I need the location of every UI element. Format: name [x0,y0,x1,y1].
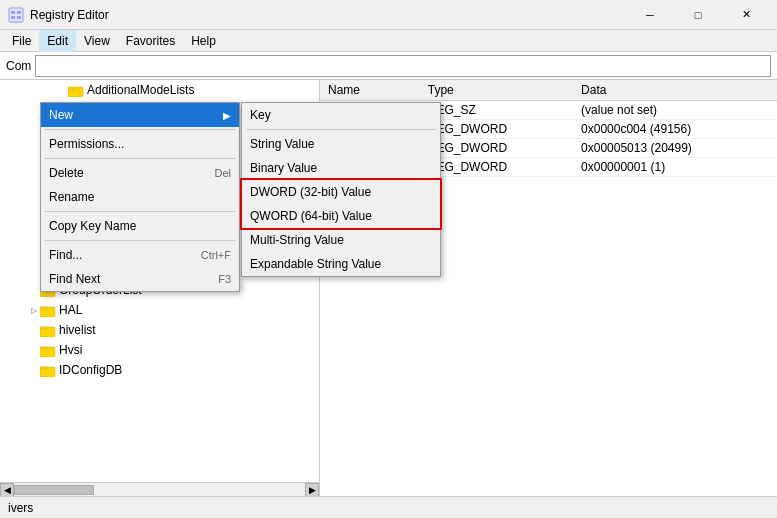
tree-item-label: AdditionalModeLists [87,83,194,97]
submenu-qword-value-item[interactable]: QWORD (64-bit) Value [242,204,440,228]
tree-arrow [28,324,40,336]
find-next-shortcut: F3 [218,273,231,285]
minimize-button[interactable]: ─ [627,0,673,30]
window-controls: ─ □ ✕ [627,0,769,30]
menu-view[interactable]: View [76,30,118,52]
submenu-key-label: Key [250,108,271,122]
submenu-dword-value-item[interactable]: DWORD (32-bit) Value [242,180,440,204]
delete-shortcut: Del [214,167,231,179]
cell-data: 0x0000c004 (49156) [573,120,777,139]
submenu-separator-1 [246,129,436,130]
menu-favorites[interactable]: Favorites [118,30,183,52]
folder-icon [40,362,56,378]
scroll-track-h [14,485,305,495]
tree-item-label: IDConfigDB [59,363,122,377]
cell-type: REG_DWORD [420,158,573,177]
tree-item-label: hivelist [59,323,96,337]
submenu-string-value-label: String Value [250,137,314,151]
new-submenu[interactable]: Key String Value Binary Value DWORD (32-… [241,102,441,277]
address-input[interactable] [35,55,771,77]
submenu-qword-value-label: QWORD (64-bit) Value [250,209,372,223]
tree-arrow: ▷ [28,304,40,316]
submenu-binary-value-item[interactable]: Binary Value [242,156,440,180]
registry-editor-icon [8,7,24,23]
tree-item-hvsi[interactable]: Hvsi [0,340,319,360]
submenu-dword-value-label: DWORD (32-bit) Value [250,185,371,199]
folder-icon [40,302,56,318]
col-data: Data [573,80,777,101]
status-bar: ivers [0,496,777,518]
svg-rect-34 [40,367,47,369]
scroll-right-btn[interactable]: ▶ [305,483,319,497]
submenu-arrow: ▶ [223,110,231,121]
tree-item-id-config-db[interactable]: IDConfigDB [0,360,319,380]
menu-find-next-item[interactable]: Find Next F3 [41,267,239,291]
col-name: Name [320,80,420,101]
menu-find-next-label: Find Next [49,272,100,286]
submenu-multi-string-item[interactable]: Multi-String Value [242,228,440,252]
svg-rect-4 [17,16,21,19]
folder-icon [40,322,56,338]
cell-type: REG_DWORD [420,139,573,158]
folder-icon [68,82,84,98]
maximize-button[interactable]: □ [675,0,721,30]
menu-file[interactable]: File [4,30,39,52]
tree-item-additional-mode-lists[interactable]: AdditionalModeLists [0,80,319,100]
title-bar: Registry Editor ─ □ ✕ [0,0,777,30]
menu-permissions-item[interactable]: Permissions... [41,132,239,156]
menu-copy-key-name-label: Copy Key Name [49,219,136,233]
menu-separator-2 [45,158,235,159]
svg-rect-0 [9,8,23,22]
window-title: Registry Editor [30,8,627,22]
tree-item-hal[interactable]: ▷ HAL [0,300,319,320]
cell-data: 0x00000001 (1) [573,158,777,177]
cell-data: 0x00005013 (20499) [573,139,777,158]
edit-menu[interactable]: New ▶ Permissions... Delete Del Rename C… [40,102,240,292]
tree-scrollbar-h[interactable]: ◀ ▶ [0,482,319,496]
cell-type: REG_SZ [420,101,573,120]
menu-find-item[interactable]: Find... Ctrl+F [41,243,239,267]
close-button[interactable]: ✕ [723,0,769,30]
menu-bar: File Edit View Favorites Help [0,30,777,52]
svg-rect-1 [11,11,15,14]
tree-arrow [56,84,68,96]
tree-item-label: HAL [59,303,82,317]
tree-arrow [28,284,40,296]
svg-rect-28 [40,307,47,309]
menu-help[interactable]: Help [183,30,224,52]
main-content: AdditionalModeLists BasicDisplay BlockLi… [0,80,777,496]
cell-data: (value not set) [573,101,777,120]
scroll-thumb-h[interactable] [14,485,94,495]
menu-rename-item[interactable]: Rename [41,185,239,209]
submenu-key-item[interactable]: Key [242,103,440,127]
menu-edit[interactable]: Edit [39,30,76,52]
menu-rename-label: Rename [49,190,94,204]
tree-item-hivelist[interactable]: hivelist [0,320,319,340]
menu-new-item[interactable]: New ▶ [41,103,239,127]
menu-separator-3 [45,211,235,212]
svg-rect-2 [17,11,21,14]
col-type: Type [420,80,573,101]
tree-item-label: Hvsi [59,343,82,357]
status-text-left: ivers [8,501,33,515]
submenu-string-value-item[interactable]: String Value [242,132,440,156]
address-label: Com [6,59,31,73]
address-bar: Com [0,52,777,80]
tree-arrow [28,364,40,376]
tree-arrow [28,344,40,356]
menu-separator-4 [45,240,235,241]
svg-rect-6 [68,89,75,91]
menu-separator-1 [45,129,235,130]
menu-copy-key-name-item[interactable]: Copy Key Name [41,214,239,238]
submenu-expandable-string-item[interactable]: Expandable String Value [242,252,440,276]
menu-delete-label: Delete [49,166,84,180]
folder-icon [40,342,56,358]
svg-rect-3 [11,16,15,19]
scroll-left-btn[interactable]: ◀ [0,483,14,497]
menu-permissions-label: Permissions... [49,137,124,151]
submenu-expandable-string-label: Expandable String Value [250,257,381,271]
menu-delete-item[interactable]: Delete Del [41,161,239,185]
menu-find-label: Find... [49,248,82,262]
submenu-multi-string-label: Multi-String Value [250,233,344,247]
cell-type: REG_DWORD [420,120,573,139]
